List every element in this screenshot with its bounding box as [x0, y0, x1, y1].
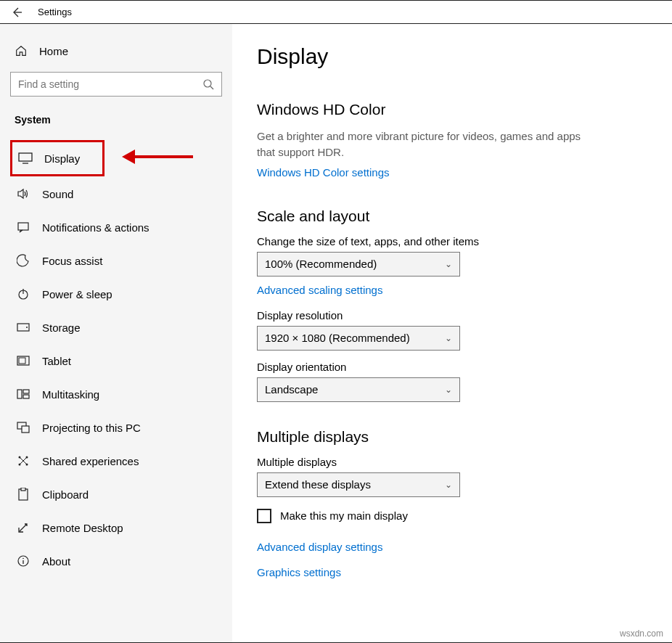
section-heading: Scale and layout — [257, 208, 657, 225]
svg-rect-21 — [21, 488, 25, 491]
select-value: 1920 × 1080 (Recommended) — [265, 332, 410, 344]
sound-icon — [16, 187, 30, 201]
sidebar-home[interactable]: Home — [10, 37, 222, 65]
resolution-label: Display resolution — [257, 309, 657, 322]
svg-rect-15 — [22, 426, 29, 433]
sidebar-item-label: Storage — [42, 322, 81, 334]
sidebar-item-label: Sound — [42, 188, 73, 200]
annotation-arrow — [122, 150, 193, 164]
svg-line-1 — [210, 86, 213, 89]
svg-rect-2 — [19, 153, 32, 161]
orientation-label: Display orientation — [257, 361, 657, 373]
resolution-select[interactable]: 1920 × 1080 (Recommended) ⌄ — [257, 326, 460, 351]
watermark: wsxdn.com — [620, 628, 663, 639]
svg-rect-12 — [23, 390, 29, 393]
sidebar-item-remote-desktop[interactable]: Remote Desktop — [10, 512, 222, 544]
sidebar-item-label: Remote Desktop — [42, 522, 123, 534]
search-box[interactable] — [10, 72, 222, 97]
storage-icon — [16, 320, 30, 335]
sidebar-item-label: Tablet — [42, 355, 71, 367]
advanced-display-link[interactable]: Advanced display settings — [257, 541, 382, 553]
svg-point-23 — [22, 558, 24, 560]
sidebar-item-clipboard[interactable]: Clipboard — [10, 478, 222, 510]
sidebar-item-label: About — [42, 555, 70, 568]
sidebar-item-label: Projecting to this PC — [42, 422, 141, 434]
remote-desktop-icon — [16, 520, 30, 535]
text-size-label: Change the size of text, apps, and other… — [257, 235, 657, 247]
sidebar-item-label: Clipboard — [42, 488, 89, 501]
graphics-settings-link[interactable]: Graphics settings — [257, 566, 341, 578]
search-input[interactable] — [18, 78, 202, 90]
section-heading: Windows HD Color — [257, 101, 657, 118]
sidebar-item-projecting[interactable]: Projecting to this PC — [10, 411, 222, 443]
select-value: Extend these displays — [265, 478, 371, 491]
section-heading: Multiple displays — [257, 428, 657, 446]
section-scale-layout: Scale and layout Change the size of text… — [257, 208, 657, 402]
home-icon — [15, 44, 28, 57]
sidebar-item-about[interactable]: About — [10, 545, 222, 577]
section-hdcolor: Windows HD Color Get a brighter and more… — [257, 101, 657, 181]
multi-displays-select[interactable]: Extend these displays ⌄ — [257, 472, 460, 497]
shared-experiences-icon — [16, 454, 30, 468]
multi-displays-label: Multiple displays — [257, 456, 657, 468]
select-value: 100% (Recommended) — [265, 258, 377, 270]
titlebar: Settings — [0, 1, 672, 24]
select-value: Landscape — [265, 383, 318, 396]
tablet-icon — [16, 353, 30, 368]
chevron-down-icon: ⌄ — [445, 259, 452, 269]
checkbox-label: Make this my main display — [280, 509, 408, 522]
sidebar-item-label: Shared experiences — [42, 455, 139, 467]
section-multiple-displays: Multiple displays Multiple displays Exte… — [257, 428, 657, 581]
sidebar-item-label: Notifications & actions — [42, 221, 149, 234]
back-button[interactable] — [10, 6, 23, 19]
search-icon — [202, 78, 214, 90]
svg-point-0 — [204, 80, 211, 87]
about-icon — [16, 554, 30, 568]
sidebar-item-display[interactable]: Display — [10, 140, 105, 176]
power-icon — [16, 287, 30, 301]
sidebar-item-focus-assist[interactable]: Focus assist — [10, 245, 222, 277]
sidebar-item-label: Multitasking — [42, 388, 99, 401]
checkbox-icon[interactable] — [257, 509, 271, 523]
clipboard-icon — [16, 487, 30, 501]
sidebar-item-shared-experiences[interactable]: Shared experiences — [10, 445, 222, 477]
main-display-checkbox-row[interactable]: Make this my main display — [257, 509, 657, 523]
sidebar-item-label: Power & sleep — [42, 288, 112, 300]
hdcolor-description: Get a brighter and more vibrant picture … — [257, 128, 591, 160]
sidebar-item-storage[interactable]: Storage — [10, 311, 222, 343]
focus-assist-icon — [16, 253, 30, 268]
window-title: Settings — [38, 7, 72, 17]
notifications-icon — [16, 220, 30, 234]
main-panel: Display Windows HD Color Get a brighter … — [232, 24, 672, 642]
sidebar-item-tablet[interactable]: Tablet — [10, 345, 222, 377]
sidebar-item-label: Focus assist — [42, 255, 102, 267]
sidebar-category: System — [10, 110, 222, 130]
sidebar: Home System Display Sound — [0, 24, 232, 642]
svg-rect-13 — [23, 395, 29, 398]
text-size-select[interactable]: 100% (Recommended) ⌄ — [257, 252, 460, 277]
sidebar-item-power-sleep[interactable]: Power & sleep — [10, 278, 222, 310]
sidebar-item-multitasking[interactable]: Multitasking — [10, 378, 222, 410]
sidebar-home-label: Home — [39, 45, 68, 57]
sidebar-item-label: Display — [44, 152, 80, 165]
svg-point-8 — [26, 327, 28, 328]
svg-rect-4 — [18, 223, 28, 230]
orientation-select[interactable]: Landscape ⌄ — [257, 377, 460, 402]
page-title: Display — [257, 44, 657, 69]
sidebar-nav: Display Sound Notifications & actions Fo… — [10, 140, 222, 578]
hdcolor-link[interactable]: Windows HD Color settings — [257, 166, 390, 179]
sidebar-item-notifications[interactable]: Notifications & actions — [10, 211, 222, 243]
chevron-down-icon: ⌄ — [445, 385, 452, 395]
sidebar-item-sound[interactable]: Sound — [10, 178, 222, 210]
chevron-down-icon: ⌄ — [445, 333, 452, 343]
chevron-down-icon: ⌄ — [445, 480, 452, 490]
svg-rect-10 — [19, 358, 25, 364]
advanced-scaling-link[interactable]: Advanced scaling settings — [257, 284, 382, 296]
display-icon — [18, 151, 33, 165]
projecting-icon — [16, 420, 30, 435]
svg-rect-11 — [17, 390, 22, 398]
multitasking-icon — [16, 387, 30, 401]
